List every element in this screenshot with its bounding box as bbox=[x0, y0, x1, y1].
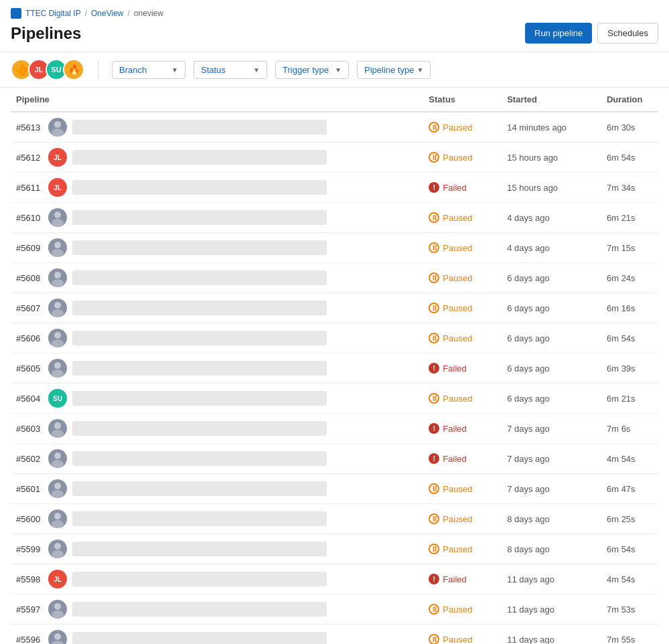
status-label: Paused bbox=[443, 544, 472, 554]
status-badge: ⏸ Paused bbox=[429, 483, 496, 494]
started-text: 6 days ago bbox=[507, 333, 550, 343]
status-cell: ! Failed bbox=[423, 414, 502, 444]
duration-text: 4m 54s bbox=[607, 574, 636, 584]
table-container: Pipeline Status Started Duration #5613 bbox=[0, 88, 669, 644]
pipeline-column-header: Pipeline bbox=[11, 88, 423, 112]
pipeline-id: #5600 bbox=[16, 514, 43, 524]
status-failed-icon: ! bbox=[429, 574, 439, 584]
status-badge: ! Failed bbox=[429, 574, 496, 584]
pipeline-type-filter[interactable]: Pipeline type ▼ bbox=[357, 61, 431, 79]
status-label: Failed bbox=[443, 183, 466, 193]
status-badge: ⏸ Paused bbox=[429, 604, 496, 615]
started-text: 11 days ago bbox=[507, 605, 554, 615]
pipeline-cell: #5597 bbox=[11, 594, 423, 625]
table-row[interactable]: #5606 ⏸ Paused 6 days ago 6m 54s bbox=[11, 323, 658, 353]
duration-cell: 4m 54s bbox=[601, 564, 658, 594]
svg-point-25 bbox=[52, 611, 64, 619]
row-avatar bbox=[48, 118, 67, 137]
status-badge: ⏸ Paused bbox=[429, 393, 496, 404]
status-paused-icon: ⏸ bbox=[429, 333, 439, 343]
table-row[interactable]: #5597 ⏸ Paused 11 days ago 7m 53s bbox=[11, 594, 658, 625]
table-row[interactable]: #5613 ⏸ Paused 14 minutes ago 6m 30s bbox=[11, 112, 658, 143]
page-header: Pipelines Run pipeline Schedules bbox=[11, 23, 658, 52]
status-cell: ⏸ Paused bbox=[423, 233, 502, 263]
table-row[interactable]: #5601 ⏸ Paused 7 days ago 6m 47s bbox=[11, 474, 658, 504]
trigger-type-filter[interactable]: Trigger type ▼ bbox=[275, 61, 349, 79]
table-row[interactable]: #5611 JL ! Failed 15 hours ago 7m 34s bbox=[11, 173, 658, 203]
table-row[interactable]: #5607 ⏸ Paused 6 days ago 6m 16s bbox=[11, 293, 658, 323]
started-cell: 8 days ago bbox=[502, 534, 601, 564]
header-actions: Run pipeline Schedules bbox=[525, 23, 658, 44]
table-row[interactable]: #5598 JL ! Failed 11 days ago 4m 54s bbox=[11, 564, 658, 594]
duration-cell: 4m 54s bbox=[601, 444, 658, 474]
pipeline-id: #5607 bbox=[16, 303, 43, 313]
started-cell: 6 days ago bbox=[502, 384, 601, 414]
pipeline-content bbox=[72, 451, 327, 466]
started-cell: 7 days ago bbox=[502, 414, 601, 444]
duration-text: 6m 54s bbox=[607, 544, 636, 554]
pipeline-content bbox=[72, 361, 327, 376]
table-row[interactable]: #5600 ⏸ Paused 8 days ago 6m 25s bbox=[11, 504, 658, 534]
started-cell: 8 days ago bbox=[502, 504, 601, 534]
pipeline-id: #5605 bbox=[16, 364, 43, 374]
status-badge: ! Failed bbox=[429, 453, 496, 464]
pipeline-id: #5601 bbox=[16, 484, 43, 494]
started-cell: 6 days ago bbox=[502, 353, 601, 384]
run-pipeline-button[interactable]: Run pipeline bbox=[525, 23, 592, 44]
table-row[interactable]: #5599 ⏸ Paused 8 days ago 6m 54s bbox=[11, 534, 658, 564]
status-label: Paused bbox=[443, 514, 472, 524]
svg-point-7 bbox=[52, 279, 64, 287]
table-row[interactable]: #5608 ⏸ Paused 6 days ago 6m 24s bbox=[11, 263, 658, 293]
pipeline-id: #5602 bbox=[16, 454, 43, 464]
table-row[interactable]: #5609 ⏸ Paused 4 days ago 7m 15s bbox=[11, 233, 658, 263]
status-paused-icon: ⏸ bbox=[429, 544, 439, 554]
svg-point-2 bbox=[54, 212, 61, 218]
table-row[interactable]: #5603 ! Failed 7 days ago 7m 6s bbox=[11, 414, 658, 444]
status-cell: ! Failed bbox=[423, 444, 502, 474]
started-text: 6 days ago bbox=[507, 303, 550, 313]
avatar-4[interactable]: 🔥 bbox=[63, 59, 84, 80]
table-row[interactable]: #5610 ⏸ Paused 4 days ago 6m 21s bbox=[11, 203, 658, 233]
row-avatar bbox=[48, 268, 67, 287]
duration-cell: 6m 30s bbox=[601, 112, 658, 143]
table-row[interactable]: #5604 SU ⏸ Paused 6 days ago 6m 21s bbox=[11, 384, 658, 414]
status-filter[interactable]: Status ▼ bbox=[194, 61, 267, 79]
pipeline-cell: #5611 JL bbox=[11, 173, 423, 203]
page-title: Pipelines bbox=[11, 24, 81, 43]
top-bar: TTEC Digital IP / OneView / oneview Pipe… bbox=[0, 0, 669, 52]
table-row[interactable]: #5612 JL ⏸ Paused 15 hours ago 6m 54s bbox=[11, 143, 658, 173]
status-badge: ⏸ Paused bbox=[429, 212, 496, 223]
breadcrumb-org[interactable]: TTEC Digital IP bbox=[25, 9, 81, 18]
status-failed-icon: ! bbox=[429, 423, 439, 434]
row-avatar bbox=[48, 600, 67, 619]
pipeline-cell: #5607 bbox=[11, 293, 423, 323]
status-badge: ! Failed bbox=[429, 182, 496, 193]
duration-cell: 6m 39s bbox=[601, 353, 658, 384]
table-row[interactable]: #5602 ! Failed 7 days ago 4m 54s bbox=[11, 444, 658, 474]
svg-point-19 bbox=[52, 490, 64, 498]
svg-point-16 bbox=[54, 453, 61, 459]
status-label: Failed bbox=[443, 424, 466, 434]
started-cell: 7 days ago bbox=[502, 444, 601, 474]
pipeline-content bbox=[72, 270, 327, 285]
row-avatar bbox=[48, 208, 67, 227]
table-row[interactable]: #5596 ⏸ Paused 11 days ago 7m 55s bbox=[11, 625, 658, 645]
svg-point-1 bbox=[52, 129, 64, 137]
pipeline-content bbox=[72, 391, 327, 406]
pipeline-table-body: #5613 ⏸ Paused 14 minutes ago 6m 30s bbox=[11, 112, 658, 644]
started-cell: 15 hours ago bbox=[502, 173, 601, 203]
pipeline-id: #5610 bbox=[16, 213, 43, 223]
status-paused-icon: ⏸ bbox=[429, 634, 439, 644]
pipeline-cell: #5609 bbox=[11, 233, 423, 263]
breadcrumb-app[interactable]: OneView bbox=[91, 9, 123, 18]
svg-point-8 bbox=[54, 302, 61, 309]
table-row[interactable]: #5605 ! Failed 6 days ago 6m 39s bbox=[11, 353, 658, 384]
status-badge: ⏸ Paused bbox=[429, 272, 496, 283]
branch-filter[interactable]: Branch ▼ bbox=[112, 61, 185, 79]
row-avatar bbox=[48, 359, 67, 378]
schedules-button[interactable]: Schedules bbox=[597, 23, 658, 44]
pipeline-id: #5597 bbox=[16, 605, 43, 615]
status-badge: ! Failed bbox=[429, 423, 496, 434]
pipeline-cell: #5603 bbox=[11, 414, 423, 444]
row-avatar: SU bbox=[48, 389, 67, 408]
